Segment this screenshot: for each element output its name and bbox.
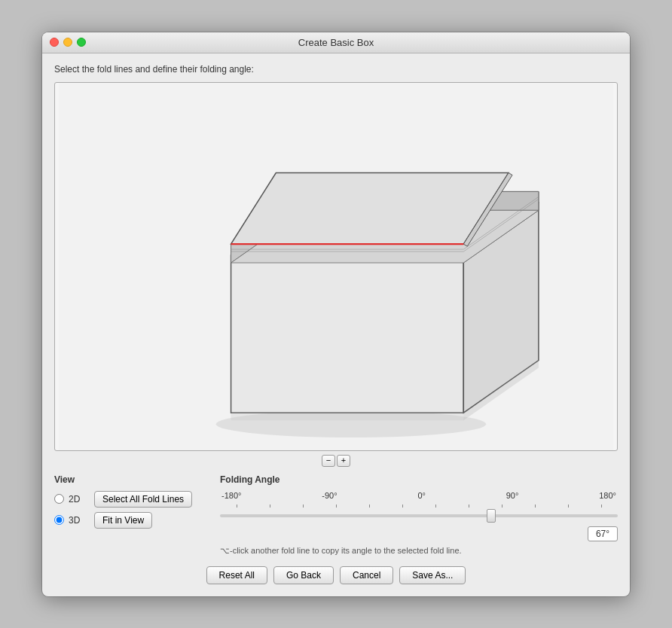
- tick-10: [518, 501, 551, 508]
- box-svg: [55, 83, 617, 450]
- select-all-fold-lines-button[interactable]: Select All Fold Lines: [94, 491, 192, 508]
- tick-5: [353, 501, 386, 508]
- radio-row-2d: 2D Select All Fold Lines: [54, 491, 205, 508]
- tick-11: [551, 501, 585, 508]
- titlebar: Create Basic Box: [42, 32, 630, 53]
- tick-2: [253, 501, 286, 508]
- cancel-button[interactable]: Cancel: [340, 566, 393, 584]
- mark-neg90: -90°: [322, 491, 337, 500]
- tick-6: [386, 501, 419, 508]
- hint-text: ⌥-click another fold line to copy its an…: [220, 546, 618, 556]
- radio-row-3d: 3D Fit in View: [54, 512, 205, 529]
- mark-0: 0°: [417, 491, 426, 500]
- window-title: Create Basic Box: [298, 37, 374, 48]
- tick-1: [220, 501, 253, 508]
- radio-3d-label[interactable]: 3D: [69, 515, 90, 526]
- reset-all-button[interactable]: Reset All: [206, 566, 267, 584]
- viewport[interactable]: [54, 82, 618, 451]
- svg-marker-18: [231, 413, 464, 420]
- go-back-button[interactable]: Go Back: [273, 566, 334, 584]
- hint-content: -click another fold line to copy its ang…: [230, 546, 462, 555]
- mark-90: 90°: [506, 491, 519, 500]
- action-buttons: Reset All Go Back Cancel Save As...: [54, 566, 618, 584]
- tick-7: [419, 501, 452, 508]
- zoom-controls: − +: [54, 455, 618, 467]
- angle-value-box[interactable]: 67°: [588, 526, 618, 541]
- mark-neg180: -180°: [221, 491, 241, 500]
- ruler-marks: -180° -90° 0° 90° 180°: [220, 491, 618, 500]
- save-as-button[interactable]: Save As...: [399, 566, 466, 584]
- angle-slider[interactable]: [220, 514, 618, 517]
- folding-panel: Folding Angle -180° -90° 0° 90° 180°: [220, 474, 618, 556]
- instruction-text: Select the fold lines and define their f…: [54, 64, 618, 75]
- view-label: View: [54, 474, 205, 485]
- close-button[interactable]: [50, 38, 59, 47]
- svg-marker-15: [231, 172, 509, 244]
- tick-12: [585, 501, 618, 508]
- main-window: Create Basic Box Select the fold lines a…: [42, 32, 630, 596]
- radio-3d[interactable]: [54, 515, 64, 525]
- tick-3: [286, 501, 319, 508]
- ruler-ticks: [220, 501, 618, 508]
- option-key-symbol: ⌥: [220, 546, 230, 555]
- slider-container: [220, 508, 618, 523]
- minimize-button[interactable]: [63, 38, 72, 47]
- bottom-section: View 2D Select All Fold Lines 3D Fit in …: [54, 474, 618, 556]
- zoom-in-button[interactable]: +: [337, 455, 350, 467]
- window-controls: [50, 38, 86, 47]
- svg-marker-2: [231, 255, 464, 413]
- view-panel: View 2D Select All Fold Lines 3D Fit in …: [54, 474, 205, 533]
- angle-value-container: 67°: [220, 526, 618, 541]
- zoom-out-button[interactable]: −: [322, 455, 335, 467]
- mark-180: 180°: [599, 491, 616, 500]
- fit-in-view-button[interactable]: Fit in View: [94, 512, 152, 529]
- folding-label: Folding Angle: [220, 474, 618, 485]
- window-content: Select the fold lines and define their f…: [42, 53, 630, 596]
- tick-9: [485, 501, 518, 508]
- maximize-button[interactable]: [77, 38, 86, 47]
- radio-2d[interactable]: [54, 494, 64, 504]
- tick-8: [452, 501, 485, 508]
- tick-4: [319, 501, 353, 508]
- radio-2d-label[interactable]: 2D: [69, 494, 90, 505]
